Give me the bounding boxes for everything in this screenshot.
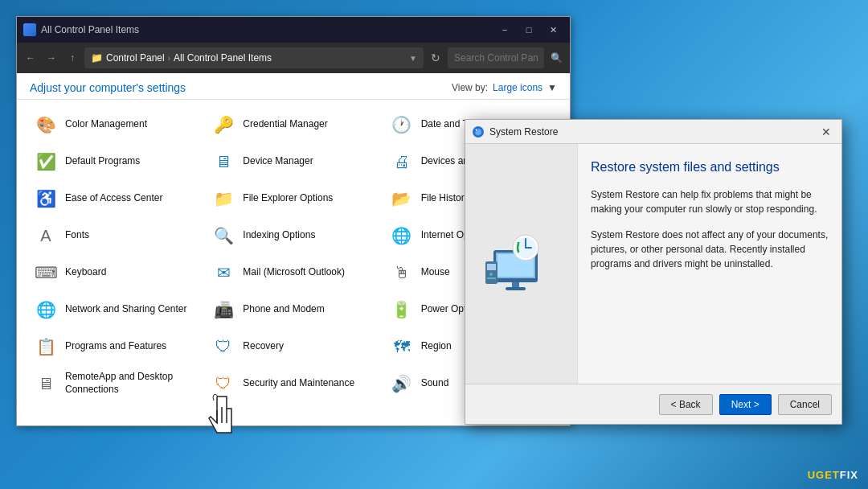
- restore-illustration: [481, 228, 562, 300]
- up-nav-button[interactable]: ↑: [63, 49, 81, 67]
- item-icon-programs-features: 📋: [33, 334, 59, 360]
- maximize-button[interactable]: □: [518, 22, 539, 38]
- item-label-color-management: Color Management: [65, 118, 147, 131]
- item-label-phone-modem: Phone and Modem: [243, 303, 324, 316]
- grid-item-programs-features[interactable]: 📋 Programs and Features: [27, 328, 204, 365]
- item-icon-date-time: 🕐: [389, 112, 415, 138]
- view-by-arrow: ▼: [547, 82, 557, 93]
- item-label-mouse: Mouse: [421, 266, 450, 279]
- dialog-footer: < Back Next > Cancel: [465, 384, 841, 424]
- item-icon-recovery: 🛡: [211, 334, 236, 360]
- restore-title-icon: [472, 125, 485, 138]
- path-icon: 📁: [91, 52, 103, 64]
- item-icon-default-programs: ✅: [33, 149, 59, 175]
- item-icon-internet-options: 🌐: [389, 223, 415, 249]
- item-label-ease-of-access: Ease of Access Center: [65, 192, 162, 205]
- item-icon-devices-printers: 🖨: [389, 149, 415, 175]
- grid-item-remoteapp[interactable]: 🖥 RemoteApp and Desktop Connections: [27, 365, 204, 402]
- grid-item-file-explorer-options[interactable]: 📁 File Explorer Options: [204, 180, 382, 217]
- item-label-region: Region: [421, 340, 452, 353]
- grid-item-color-management[interactable]: 🎨 Color Management: [27, 106, 204, 143]
- item-icon-phone-modem: 📠: [211, 297, 236, 323]
- item-icon-keyboard: ⌨: [33, 260, 59, 286]
- svg-rect-11: [487, 277, 496, 279]
- item-icon-credential-manager: 🔑: [211, 112, 236, 138]
- item-icon-file-history: 📂: [389, 186, 415, 212]
- view-by-control: View by: Large icons ▼: [452, 82, 557, 93]
- item-label-security-maintenance: Security and Maintenance: [243, 377, 354, 390]
- dialog-content: Restore system files and settings System…: [465, 144, 841, 384]
- item-icon-remoteapp: 🖥: [33, 371, 59, 397]
- item-label-file-history: File History: [421, 192, 469, 205]
- item-icon-ease-of-access: ♿: [33, 186, 59, 212]
- grid-item-indexing-options[interactable]: 🔍 Indexing Options: [204, 217, 382, 254]
- item-icon-color-management: 🎨: [33, 112, 59, 138]
- svg-rect-9: [487, 264, 496, 270]
- item-label-sound: Sound: [421, 377, 449, 390]
- watermark-suffix: FIX: [840, 469, 858, 481]
- grid-item-mail-outlook[interactable]: ✉ Mail (Microsoft Outlook): [204, 254, 382, 291]
- refresh-button[interactable]: ↻: [427, 49, 444, 67]
- dialog-text-area: Restore system files and settings System…: [578, 144, 841, 384]
- item-icon-security-maintenance: 🛡: [211, 371, 236, 397]
- item-label-indexing-options: Indexing Options: [243, 229, 315, 242]
- grid-item-phone-modem[interactable]: 📠 Phone and Modem: [204, 291, 382, 328]
- desktop: All Control Panel Items − □ ✕ ← → ↑ 📁 Co…: [0, 0, 868, 489]
- path-part-1: Control Panel: [106, 52, 165, 64]
- item-label-credential-manager: Credential Manager: [243, 118, 327, 131]
- item-label-default-programs: Default Programs: [65, 155, 140, 168]
- watermark-prefix: UGET: [808, 469, 840, 481]
- item-icon-fonts: A: [33, 223, 59, 249]
- watermark: UGETFIX: [808, 469, 858, 481]
- item-label-fonts: Fonts: [65, 229, 89, 242]
- search-button[interactable]: 🔍: [547, 49, 565, 67]
- item-icon-sound: 🔊: [389, 371, 415, 397]
- grid-item-default-programs[interactable]: ✅ Default Programs: [27, 143, 204, 180]
- grid-item-ease-of-access[interactable]: ♿ Ease of Access Center: [27, 180, 204, 217]
- item-label-recovery: Recovery: [243, 340, 284, 353]
- search-input[interactable]: [448, 47, 544, 68]
- item-label-file-explorer-options: File Explorer Options: [243, 192, 333, 205]
- dialog-image-area: [465, 144, 578, 384]
- dialog-title-text: System Restore: [489, 126, 817, 138]
- item-icon-region: 🗺: [389, 334, 415, 360]
- window-title: All Control Panel Items: [41, 24, 494, 35]
- minimize-button[interactable]: −: [494, 22, 515, 38]
- path-part-2: All Control Panel Items: [174, 52, 272, 64]
- grid-item-recovery[interactable]: 🛡 Recovery: [204, 328, 382, 365]
- back-button[interactable]: < Back: [659, 394, 713, 415]
- dialog-main-title: Restore system files and settings: [591, 160, 829, 175]
- window-titlebar: All Control Panel Items − □ ✕: [17, 17, 570, 43]
- address-path[interactable]: 📁 Control Panel › All Control Panel Item…: [84, 47, 424, 68]
- item-label-programs-features: Programs and Features: [65, 340, 166, 353]
- grid-item-credential-manager[interactable]: 🔑 Credential Manager: [204, 106, 382, 143]
- view-by-value[interactable]: Large icons: [493, 82, 542, 93]
- forward-nav-button[interactable]: →: [43, 49, 60, 67]
- item-icon-mouse: 🖱: [389, 260, 415, 286]
- close-button[interactable]: ✕: [542, 22, 563, 38]
- item-icon-file-explorer-options: 📁: [211, 186, 236, 212]
- dialog-close-button[interactable]: ✕: [817, 124, 835, 140]
- item-label-mail-outlook: Mail (Microsoft Outlook): [243, 266, 345, 279]
- grid-item-security-maintenance[interactable]: 🛡 Security and Maintenance: [204, 365, 382, 402]
- item-icon-power-options: 🔋: [389, 297, 415, 323]
- address-bar: ← → ↑ 📁 Control Panel › All Control Pane…: [17, 43, 570, 73]
- item-icon-device-manager: 🖥: [211, 149, 236, 175]
- content-header-title: Adjust your computer's settings: [30, 81, 186, 94]
- item-label-keyboard: Keyboard: [65, 266, 106, 279]
- dialog-description-1: System Restore can help fix problems tha…: [591, 187, 829, 216]
- svg-point-10: [489, 273, 493, 276]
- grid-item-fonts[interactable]: A Fonts: [27, 217, 204, 254]
- back-nav-button[interactable]: ←: [22, 49, 39, 67]
- item-icon-network-sharing: 🌐: [33, 297, 59, 323]
- window-icon: [23, 23, 36, 36]
- grid-item-device-manager[interactable]: 🖥 Device Manager: [204, 143, 382, 180]
- next-button[interactable]: Next >: [719, 394, 772, 415]
- grid-item-keyboard[interactable]: ⌨ Keyboard: [27, 254, 204, 291]
- view-by-label: View by:: [452, 82, 488, 93]
- path-separator-1: ›: [168, 54, 170, 63]
- cancel-button[interactable]: Cancel: [778, 394, 832, 415]
- dialog-description-2: System Restore does not affect any of yo…: [591, 228, 829, 271]
- dialog-titlebar: System Restore ✕: [465, 120, 841, 144]
- grid-item-network-sharing[interactable]: 🌐 Network and Sharing Center: [27, 291, 204, 328]
